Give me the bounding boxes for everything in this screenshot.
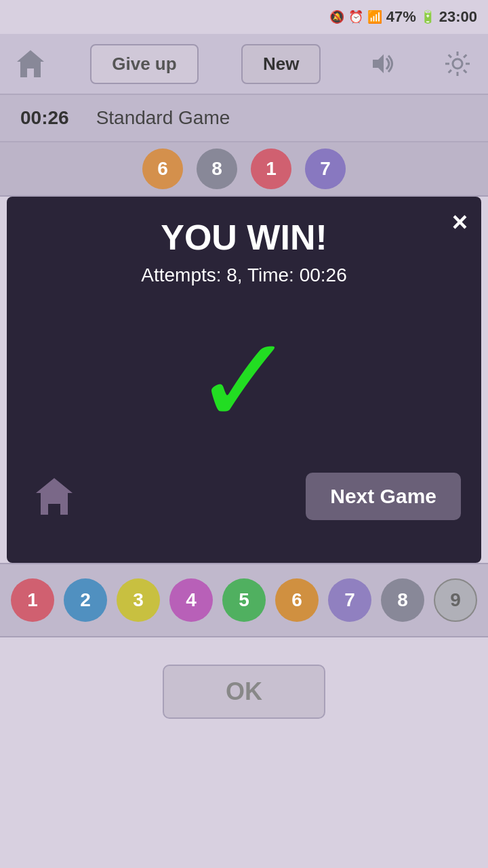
selector-2[interactable]: 2 [64,578,107,622]
number-selector: 1 2 3 4 5 6 7 8 9 [0,563,488,637]
checkmark-icon: ✓ [193,320,296,442]
home-button-dialog[interactable] [27,469,81,524]
ok-section: OK [0,637,488,746]
timer-bar: 00:26 Standard Game [0,95,488,142]
top-num-7[interactable]: 7 [305,149,346,189]
selector-7[interactable]: 7 [328,578,371,622]
top-num-8[interactable]: 8 [197,149,237,189]
notification-icon: 🔕 [329,9,344,24]
svg-point-2 [453,59,462,68]
status-bar: 🔕 ⏰ 📶 47% 🔋 23:00 [0,0,488,34]
sound-icon [366,49,396,79]
settings-button[interactable] [441,47,474,81]
timer-display: 00:26 [20,107,69,129]
status-icons: 🔕 ⏰ 📶 47% 🔋 23:00 [329,8,477,26]
selector-4[interactable]: 4 [169,578,213,622]
dialog-footer: Next Game [27,469,461,524]
home-icon-dialog [30,473,78,520]
gear-icon [443,49,472,79]
close-dialog-button[interactable]: × [452,207,468,237]
svg-marker-1 [373,54,384,73]
next-game-button[interactable]: Next Game [306,473,461,520]
toolbar: Give up New [0,34,488,95]
home-button[interactable] [14,47,47,81]
ok-button[interactable]: OK [163,665,325,719]
top-number-row: 6 8 1 7 [0,142,488,197]
battery-icon: 🔋 [420,9,435,24]
selector-1[interactable]: 1 [11,578,54,622]
give-up-button[interactable]: Give up [90,44,198,84]
win-dialog: × YOU WIN! Attempts: 8, Time: 00:26 ✓ Ne… [7,197,481,563]
win-stats: Attempts: 8, Time: 00:26 [27,264,461,286]
selector-8[interactable]: 8 [381,578,424,622]
selector-3[interactable]: 3 [117,578,160,622]
selector-6[interactable]: 6 [275,578,319,622]
time-text: 23:00 [439,8,477,26]
svg-marker-0 [17,50,44,77]
top-num-1[interactable]: 1 [251,149,291,189]
win-title: YOU WIN! [27,217,461,258]
alarm-icon: ⏰ [348,9,363,24]
selector-5[interactable]: 5 [222,578,266,622]
sound-button[interactable] [364,47,398,81]
selector-9[interactable]: 9 [434,578,477,622]
new-button[interactable]: New [241,44,321,84]
top-num-6[interactable]: 6 [142,149,183,189]
svg-marker-3 [36,478,73,515]
home-icon [14,47,47,81]
game-type: Standard Game [96,107,230,129]
checkmark-container: ✓ [27,300,461,462]
signal-icon: 📶 [367,9,382,24]
battery-text: 47% [386,8,416,26]
